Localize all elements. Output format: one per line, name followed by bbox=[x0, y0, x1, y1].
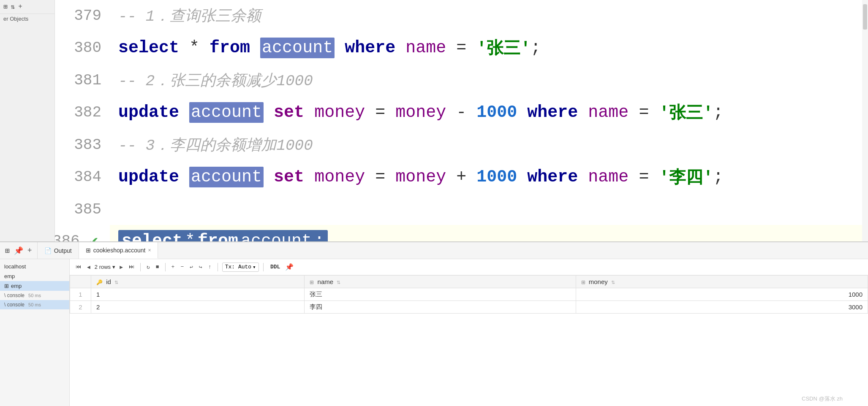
toolbar-sep2 bbox=[165, 263, 166, 271]
add-tab-icon[interactable]: + bbox=[27, 246, 32, 255]
line-content-379[interactable]: -- 1．查询张三余额 bbox=[110, 0, 868, 31]
line-content-386[interactable]: select * from account ; bbox=[110, 225, 868, 241]
hl-account-382: account bbox=[189, 102, 264, 123]
toolbar-sep1 bbox=[140, 263, 141, 271]
right-scrollbar[interactable] bbox=[862, 0, 868, 241]
last-row-button[interactable]: ⏭ bbox=[127, 263, 136, 271]
comment-text-381: -- 2．张三的余额减少1000 bbox=[118, 70, 313, 91]
money-col-icon: ⊞ bbox=[581, 279, 585, 285]
refresh-button[interactable]: ↻ bbox=[145, 263, 152, 271]
th-money[interactable]: ⊞ money ⇅ bbox=[576, 276, 868, 288]
comment-text-379: -- 1．查询张三余额 bbox=[118, 5, 261, 26]
sort-icon[interactable]: ⇅ bbox=[11, 3, 15, 11]
remove-row-button[interactable]: − bbox=[179, 263, 185, 271]
table-row[interactable]: 2 2 李四 3000 bbox=[70, 301, 868, 314]
undo-button[interactable]: ↩ bbox=[188, 263, 195, 271]
code-line-379[interactable]: 379 -- 1．查询张三余额 bbox=[55, 0, 868, 31]
row1-name: 张三 bbox=[305, 288, 576, 301]
th-id[interactable]: 🔑 id ⇅ bbox=[91, 276, 305, 288]
code-line-386[interactable]: 386 ✔ select * from account ; bbox=[55, 225, 868, 241]
row1-id: 1 bbox=[91, 288, 305, 301]
kw-update-384: update bbox=[118, 168, 179, 187]
result-table: 🔑 id ⇅ ⊞ name ⇅ ⊞ money bbox=[70, 275, 868, 314]
line-content-380[interactable]: select * from account where name = '张三'; bbox=[110, 31, 868, 65]
tx-select[interactable]: Tx: Auto ▾ bbox=[222, 263, 259, 272]
kw-semi-386: ; bbox=[314, 232, 324, 241]
line-content-381[interactable]: -- 2．张三的余额减少1000 bbox=[110, 65, 868, 96]
kw-asterisk-380: * bbox=[189, 38, 199, 57]
lbs-grid-icon: ⊞ bbox=[4, 283, 9, 289]
id-sort-icon[interactable]: ⇅ bbox=[114, 280, 118, 285]
code-line-380[interactable]: 380 select * from account where name = '… bbox=[55, 31, 868, 65]
hl-account-380: account bbox=[260, 38, 335, 58]
stop-button[interactable]: ■ bbox=[154, 263, 161, 271]
lbs-item-console2[interactable]: \ console 50 ms bbox=[0, 300, 69, 309]
line-content-382[interactable]: update account set money = money - 1000 … bbox=[110, 96, 868, 129]
grid-icon[interactable]: ⊞ bbox=[3, 3, 8, 11]
lbs-item-emp[interactable]: emp bbox=[0, 271, 69, 281]
kw-where-380: where bbox=[345, 38, 395, 57]
lbs-console2-badge: 50 ms bbox=[28, 302, 41, 307]
line-content-385[interactable] bbox=[110, 195, 868, 224]
code-line-383[interactable]: 383 -- 3．李四的余额增加1000 bbox=[55, 129, 868, 160]
pin-tab-icon[interactable]: 📌 bbox=[14, 246, 23, 255]
name-col-icon: ⊞ bbox=[310, 279, 314, 285]
kw-select-380: select bbox=[118, 38, 179, 57]
next-row-button[interactable]: ▶ bbox=[118, 263, 125, 271]
kw-where-382: where bbox=[527, 103, 578, 122]
kw-set-384: set bbox=[274, 168, 304, 187]
money-sort-icon[interactable]: ⇅ bbox=[611, 280, 615, 285]
kw-from-380: from bbox=[210, 38, 250, 57]
code-line-381[interactable]: 381 -- 2．张三的余额减少1000 bbox=[55, 65, 868, 96]
tab-account[interactable]: ⊞ cookieshop.account × bbox=[79, 242, 158, 259]
lbs-emp-grid-label: emp bbox=[11, 283, 22, 289]
code-line-382[interactable]: 382 update account set money = money - 1… bbox=[55, 96, 868, 129]
kw-update-382: update bbox=[118, 103, 179, 122]
line-content-383[interactable]: -- 3．李四的余额增加1000 bbox=[110, 130, 868, 160]
editor-area: ⊞ ⇅ + er Objects 379 -- 1．查询张三余额 380 bbox=[0, 0, 868, 241]
line-number-384: 384 bbox=[55, 168, 110, 186]
redo-button[interactable]: ↪ bbox=[197, 263, 204, 271]
add-row-button[interactable]: + bbox=[170, 263, 177, 271]
rows-dropdown-icon[interactable]: ▾ bbox=[112, 264, 115, 270]
code-lines: 379 -- 1．查询张三余额 380 select * from accoun… bbox=[55, 0, 868, 241]
line-content-384[interactable]: update account set money = money + 1000 … bbox=[110, 160, 868, 194]
prev-row-button[interactable]: ◀ bbox=[85, 263, 92, 271]
lbs-emp-label: emp bbox=[4, 273, 15, 279]
th-money-label: money bbox=[589, 278, 608, 285]
kw-from-386: from bbox=[198, 232, 238, 241]
name-sort-icon[interactable]: ⇅ bbox=[337, 280, 340, 285]
kw-str-lisi-384: '李四' bbox=[659, 165, 713, 189]
th-name[interactable]: ⊞ name ⇅ bbox=[305, 276, 576, 288]
table-row[interactable]: 1 1 张三 1000 bbox=[70, 288, 868, 301]
pin-button[interactable]: 📌 bbox=[285, 263, 294, 271]
ddl-button[interactable]: DDL bbox=[268, 263, 283, 271]
tab-account-label: cookieshop.account bbox=[93, 247, 146, 254]
code-editor[interactable]: 379 -- 1．查询张三余额 380 select * from accoun… bbox=[55, 0, 868, 241]
row2-id: 2 bbox=[91, 301, 305, 314]
lbs-item-emp-grid[interactable]: ⊞ emp bbox=[0, 281, 69, 291]
kw-set-382: set bbox=[274, 103, 304, 122]
code-line-384[interactable]: 384 update account set money = money + 1… bbox=[55, 160, 868, 194]
th-name-label: name bbox=[318, 278, 334, 285]
kw-str-zhangsan-382: '张三' bbox=[659, 101, 713, 124]
first-row-button[interactable]: ⏮ bbox=[74, 263, 83, 271]
tab-output-label: Output bbox=[54, 247, 72, 254]
tab-output[interactable]: 📄 Output bbox=[38, 242, 79, 259]
kw-name-380: name bbox=[405, 38, 446, 57]
add-icon[interactable]: + bbox=[18, 3, 22, 11]
lbs-localhost-label: localhost bbox=[4, 263, 26, 270]
grid-tab-icon[interactable]: ⊞ bbox=[5, 246, 10, 255]
lbs-item-localhost[interactable]: localhost bbox=[0, 262, 69, 271]
watermark: CSDN @落水 zh bbox=[802, 395, 843, 403]
lbs-item-console1[interactable]: \ console 50 ms bbox=[0, 291, 69, 300]
result-table-wrap[interactable]: 🔑 id ⇅ ⊞ name ⇅ ⊞ money bbox=[70, 275, 868, 406]
code-line-385[interactable]: 385 bbox=[55, 194, 868, 225]
tab-close-icon[interactable]: × bbox=[148, 247, 151, 253]
lbs-console1-badge: 50 ms bbox=[28, 293, 41, 298]
up-button[interactable]: ↑ bbox=[207, 263, 213, 271]
lbs-console1-label: \ console bbox=[4, 292, 24, 298]
row2-num: 2 bbox=[70, 301, 91, 314]
rows-count-label: 2 rows bbox=[95, 264, 111, 270]
tab-output-icon: 📄 bbox=[44, 247, 52, 254]
